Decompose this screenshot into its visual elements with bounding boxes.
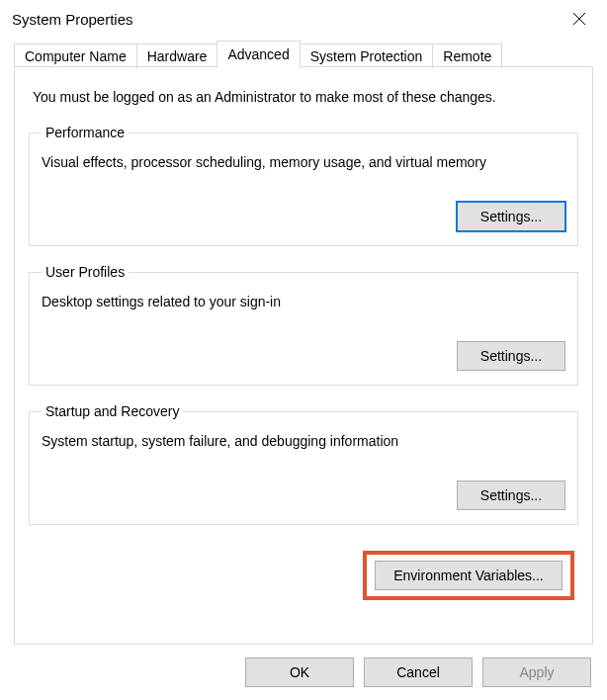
startup-recovery-button-row: Settings... xyxy=(42,481,565,510)
performance-legend: Performance xyxy=(42,125,129,140)
startup-recovery-settings-button[interactable]: Settings... xyxy=(457,481,565,510)
tab-hardware[interactable]: Hardware xyxy=(136,44,218,68)
performance-button-row: Settings... xyxy=(42,202,565,231)
titlebar: System Properties xyxy=(0,0,607,38)
tab-remote[interactable]: Remote xyxy=(432,44,502,68)
performance-settings-button[interactable]: Settings... xyxy=(457,202,565,231)
highlight-frame: Environment Variables... xyxy=(363,551,574,600)
tab-computer-name[interactable]: Computer Name xyxy=(14,44,137,68)
close-button[interactable] xyxy=(562,5,597,33)
window-title: System Properties xyxy=(12,11,133,28)
ok-button[interactable]: OK xyxy=(245,657,354,687)
tab-advanced[interactable]: Advanced xyxy=(217,41,300,67)
close-icon xyxy=(572,12,586,26)
user-profiles-legend: User Profiles xyxy=(42,264,129,280)
environment-variables-row: Environment Variables... xyxy=(29,551,578,600)
startup-recovery-group: Startup and Recovery System startup, sys… xyxy=(29,403,578,525)
performance-group: Performance Visual effects, processor sc… xyxy=(29,125,578,246)
startup-recovery-legend: Startup and Recovery xyxy=(42,403,183,419)
user-profiles-desc: Desktop settings related to your sign-in xyxy=(42,294,565,309)
system-properties-window: System Properties Computer Name Hardware… xyxy=(0,0,607,700)
tabstrip: Computer Name Hardware Advanced System P… xyxy=(0,38,607,67)
admin-notice: You must be logged on as an Administrato… xyxy=(33,89,574,105)
tab-system-protection[interactable]: System Protection xyxy=(300,44,434,68)
advanced-tabpanel: You must be logged on as an Administrato… xyxy=(14,67,593,645)
user-profiles-group: User Profiles Desktop settings related t… xyxy=(29,264,578,386)
environment-variables-button[interactable]: Environment Variables... xyxy=(375,561,563,590)
user-profiles-button-row: Settings... xyxy=(42,341,565,371)
cancel-button[interactable]: Cancel xyxy=(364,657,473,687)
apply-button[interactable]: Apply xyxy=(482,657,591,687)
user-profiles-settings-button[interactable]: Settings... xyxy=(457,341,565,371)
dialog-footer: OK Cancel Apply xyxy=(0,645,607,700)
startup-recovery-desc: System startup, system failure, and debu… xyxy=(42,433,565,449)
performance-desc: Visual effects, processor scheduling, me… xyxy=(42,154,565,170)
